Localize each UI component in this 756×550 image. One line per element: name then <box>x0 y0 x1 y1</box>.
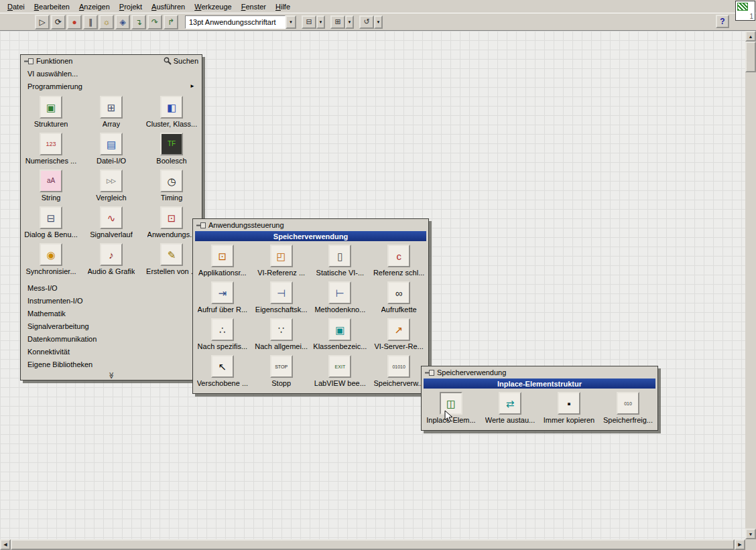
audio-grafik-icon: ♪ <box>100 243 123 266</box>
signalverlauf[interactable]: ∿ Signalverlauf <box>81 206 141 243</box>
aufruf-ueber-referenz[interactable]: ⇥ Aufruf über R... <box>193 281 252 318</box>
datei-io[interactable]: ▤ Datei-I/O <box>81 133 141 169</box>
palette-item-label: VI-Server-Re... <box>374 342 423 350</box>
pushpin-icon[interactable] <box>425 370 434 376</box>
string[interactable]: aA String <box>21 169 81 206</box>
eigenschaftsknoten[interactable]: ⊣ Eigenschaftsk... <box>252 281 311 318</box>
search-button[interactable]: Suchen <box>164 57 198 65</box>
vi-icon[interactable]: 1 <box>735 1 755 21</box>
immer-kopieren[interactable]: ▪ Immer kopieren <box>540 392 598 429</box>
verschobene[interactable]: ↖ Verschobene ... <box>193 355 252 392</box>
menu-werkzeuge[interactable]: Werkzeuge <box>190 1 236 12</box>
run-continuous-button[interactable]: ⟳ <box>51 15 66 29</box>
vi-auswaehlen-item[interactable]: VI auswählen... <box>21 67 202 80</box>
menu-hilfe[interactable]: Hilfe <box>271 1 295 12</box>
labview-beenden-icon: EXIT <box>328 355 351 378</box>
menu-datei[interactable]: Datei <box>3 1 29 12</box>
menu-bearbeiten[interactable]: Bearbeiten <box>29 1 74 12</box>
boolesch[interactable]: TF Boolesch <box>141 133 202 169</box>
inplace-elementstruktur-header[interactable]: Inplace-Elementstruktur <box>424 379 655 389</box>
speicherfreigabe[interactable]: 010 Speicherfreig... <box>598 392 657 429</box>
palette-item-label: Klassenbezeic... <box>313 342 367 350</box>
speicherverwendung-palette-titlebar[interactable]: Speicherverwendung <box>422 366 657 379</box>
vertical-scrollbar[interactable]: ▲ ▼ <box>745 31 756 539</box>
konnektivitaet-item[interactable]: Konnektivität <box>21 345 202 358</box>
scroll-right-button[interactable]: ▶ <box>735 539 745 550</box>
verschobene-icon: ↖ <box>211 355 234 378</box>
cluster-klasse[interactable]: ◧ Cluster, Klass... <box>141 96 202 133</box>
distribute-objects-dropdown[interactable]: ⊞ ▼ <box>330 15 354 29</box>
vi-referenz[interactable]: ◰ VI-Referenz ... <box>252 245 311 281</box>
numerisch[interactable]: 123 Numerisches ... <box>21 133 81 169</box>
chevron-down-icon[interactable]: ▼ <box>345 15 354 29</box>
programmierung-item[interactable]: Programmierung ► <box>21 80 202 92</box>
referenz-schliessen[interactable]: c Referenz schl... <box>369 245 428 281</box>
eigene-bibliotheken-item[interactable]: Eigene Bibliotheken <box>21 358 202 370</box>
audio-grafik[interactable]: ♪ Audio & Grafik <box>81 243 141 280</box>
step-over-button[interactable]: ↷ <box>147 15 162 29</box>
statische-vi-referenz[interactable]: ▯ Statische VI-... <box>311 245 370 281</box>
expand-palette-button[interactable]: ≫ <box>21 370 202 380</box>
scroll-up-button[interactable]: ▲ <box>745 31 756 42</box>
methodenknoten[interactable]: ⊢ Methodenkno... <box>311 281 370 318</box>
retain-wire-values-button[interactable]: ◈ <box>115 15 130 29</box>
speicherverwendung[interactable]: 01010 Speicherverw... <box>369 355 428 392</box>
chevron-down-icon[interactable]: ▼ <box>374 15 383 29</box>
scroll-left-button[interactable]: ◀ <box>0 539 11 550</box>
strukturen[interactable]: ▣ Strukturen <box>21 96 81 133</box>
vergleich[interactable]: ▷▷ Vergleich <box>81 169 141 206</box>
menu-projekt[interactable]: Projekt <box>115 1 147 12</box>
block-diagram-canvas[interactable]: Funktionen Suchen VI auswählen... Progra… <box>0 31 756 550</box>
pushpin-icon[interactable] <box>196 222 206 228</box>
chevron-down-icon[interactable]: ▼ <box>316 15 325 29</box>
reorder-dropdown[interactable]: ↺ ▼ <box>359 15 383 29</box>
aufrufkette[interactable]: ∞ Aufrufkette <box>369 281 428 318</box>
align-objects-dropdown[interactable]: ⊟ ▼ <box>302 15 325 29</box>
category-label: Signalverarbeitung <box>27 322 89 330</box>
pause-button[interactable]: ∥ <box>83 15 98 29</box>
vi-server-referenz[interactable]: ↗ VI-Server-Re... <box>369 318 428 355</box>
vertical-scrollbar-thumb[interactable] <box>745 42 756 72</box>
timing[interactable]: ◷ Timing <box>141 169 202 206</box>
highlight-execution-button[interactable]: ☼ <box>99 15 114 29</box>
help-button[interactable]: ? <box>716 15 729 28</box>
nach-spezifischer-instanz[interactable]: ∴ Nach spezifis... <box>193 318 252 355</box>
stopp[interactable]: STOP Stopp <box>252 355 311 392</box>
font-selector-dropdown-button[interactable]: ▼ <box>286 15 296 29</box>
menu-fenster[interactable]: Fenster <box>237 1 271 12</box>
funktionen-palette-titlebar[interactable]: Funktionen Suchen <box>21 55 202 67</box>
klassenbezeichnung[interactable]: ▣ Klassenbezeic... <box>311 318 370 355</box>
font-selector[interactable]: 13pt Anwendungsschriftart <box>185 15 286 29</box>
palette-item-label: Nach allgemei... <box>255 342 308 350</box>
palette-item-label: Boolesch <box>156 157 186 165</box>
pushpin-icon[interactable] <box>24 58 34 64</box>
abort-button[interactable]: ● <box>67 15 82 29</box>
datenkommunikation-item[interactable]: Datenkommunikation <box>21 332 202 345</box>
labview-beenden[interactable]: EXIT LabVIEW bee... <box>311 355 370 392</box>
signalverarbeitung-item[interactable]: Signalverarbeitung <box>21 320 202 332</box>
palette-item-label: Speicherfreig... <box>603 416 653 424</box>
step-out-button[interactable]: ↱ <box>164 15 178 29</box>
step-into-button[interactable]: ↴ <box>131 15 146 29</box>
scroll-down-button[interactable]: ▼ <box>745 529 756 539</box>
menu-anzeigen[interactable]: Anzeigen <box>74 1 115 12</box>
speicherverwendung-header[interactable]: Speicherverwendung <box>195 231 426 241</box>
array[interactable]: ⊞ Array <box>81 96 141 133</box>
mess-io-item[interactable]: Mess-I/O <box>21 281 202 294</box>
toolbar-button-glyph: ◈ <box>119 18 125 26</box>
anwendungssteuerung-palette-titlebar[interactable]: Anwendungssteuerung <box>193 219 428 231</box>
chevron-right-icon: ▶ <box>738 542 741 547</box>
horizontal-scrollbar[interactable]: ◀ ▶ <box>0 539 745 550</box>
horizontal-scrollbar-thumb[interactable] <box>11 539 735 550</box>
werte-austauschen[interactable]: ⇄ Werte austau... <box>481 392 540 429</box>
mathematik-item[interactable]: Mathematik <box>21 307 202 320</box>
vi-icon-badge: 1 <box>749 13 753 20</box>
menu-ausfuehren[interactable]: Ausführen <box>147 1 190 12</box>
applikationsreferenz[interactable]: ⊡ Applikationsr... <box>193 245 252 281</box>
dialog-benutzer[interactable]: ⊟ Dialog & Benu... <box>21 206 81 243</box>
synchronisierung[interactable]: ◉ Synchronisier... <box>21 243 81 280</box>
instrumenten-io-item[interactable]: Instrumenten-I/O <box>21 294 202 307</box>
nach-allgemeinen[interactable]: ∵ Nach allgemei... <box>252 318 311 355</box>
aufruf-ueber-referenz-icon: ⇥ <box>211 281 234 304</box>
run-button[interactable]: ▷ <box>35 15 50 29</box>
